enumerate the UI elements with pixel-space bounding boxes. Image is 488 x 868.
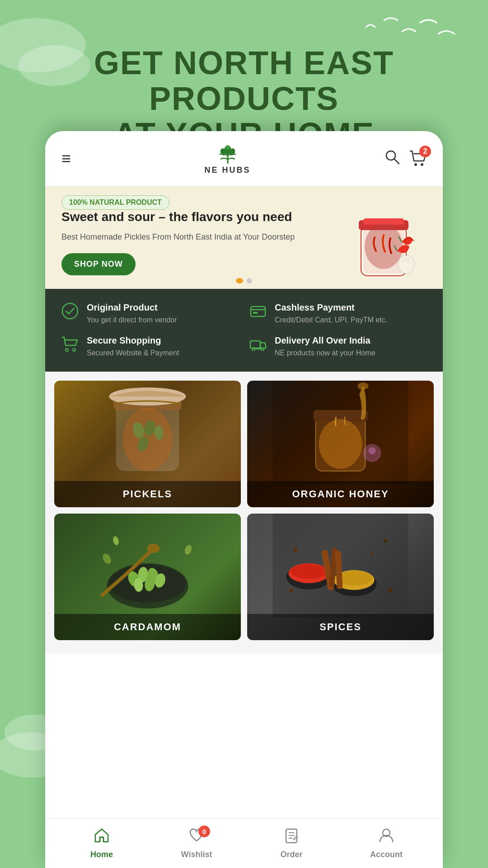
feature-desc-cashless: Credit/Debit Card, UPI, PayTM etc. (275, 316, 387, 325)
svg-point-22 (73, 349, 75, 351)
feature-title-delivery: Delivery All Over India (275, 335, 375, 346)
wishlist-badge: 0 (198, 826, 210, 837)
nav-label-wishlist: Wishlist (181, 850, 212, 859)
svg-rect-23 (250, 341, 260, 348)
feature-title-secure: Secure Shopping (87, 335, 179, 346)
search-icon[interactable] (384, 149, 400, 169)
svg-point-39 (358, 382, 369, 390)
svg-point-8 (421, 163, 423, 166)
product-label-spices: SPICES (247, 614, 434, 640)
banner-image (336, 201, 427, 274)
svg-point-38 (319, 419, 362, 469)
svg-point-64 (293, 547, 298, 552)
cart-secure-icon (61, 335, 79, 353)
product-label-honey: ORGANIC HONEY (247, 481, 434, 507)
svg-point-41 (369, 447, 376, 454)
svg-point-21 (66, 349, 68, 351)
shop-now-button[interactable]: SHOP NOW (61, 253, 136, 275)
svg-rect-20 (253, 312, 258, 314)
scroll-area[interactable]: 100% NATURAL PRODUCT Sweet and sour – th… (45, 186, 443, 868)
feature-original-product: Original Product You get it direct from … (61, 302, 239, 325)
svg-point-68 (371, 553, 374, 556)
feature-desc-delivery: NE products now at your Home (275, 349, 375, 358)
feature-text-secure: Secure Shopping Secured Website & Paymen… (87, 335, 179, 358)
svg-point-50 (101, 552, 113, 566)
svg-point-57 (291, 564, 327, 579)
svg-point-16 (398, 255, 414, 274)
banner-title: Sweet and sour – the flavors you need (61, 209, 336, 225)
product-card-cardamom[interactable]: CARDAMOM (54, 514, 241, 640)
dot-1[interactable] (236, 278, 243, 283)
svg-point-67 (388, 588, 393, 593)
logo-text: NE HUBS (205, 165, 251, 175)
product-card-pickles[interactable]: PICKELS (54, 381, 241, 507)
svg-point-66 (289, 589, 293, 592)
nav-label-account: Account (370, 850, 403, 859)
svg-point-52 (112, 536, 120, 546)
menu-icon[interactable]: ≡ (61, 149, 71, 168)
cart-badge: 2 (419, 146, 431, 157)
svg-line-6 (394, 159, 399, 164)
feature-desc-secure: Secured Website & Payment (87, 349, 179, 358)
svg-point-51 (183, 544, 193, 555)
banner-indicators (236, 278, 252, 283)
nav-item-home[interactable]: Home (54, 827, 149, 859)
feature-title-original: Original Product (87, 302, 177, 313)
product-label-pickles: PICKELS (54, 481, 241, 507)
feature-text-original: Original Product You get it direct from … (87, 302, 177, 325)
nav-label-home: Home (90, 850, 113, 859)
nav-item-account[interactable]: Account (339, 827, 434, 859)
nav-item-order[interactable]: Order (244, 827, 339, 859)
account-nav-icon (378, 827, 394, 847)
feature-secure: Secure Shopping Secured Website & Paymen… (61, 335, 239, 358)
nav-item-wishlist[interactable]: 0 Wishlist (149, 827, 244, 859)
checkmark-circle-icon (61, 302, 79, 320)
pickle-jar-svg (336, 201, 427, 283)
feature-cashless: Cashless Payment Credit/Debit Card, UPI,… (249, 302, 427, 325)
feature-desc-original: You get it direct from vendor (87, 316, 177, 325)
svg-point-24 (252, 348, 255, 350)
product-card-honey[interactable]: ORGANIC HONEY (247, 381, 434, 507)
product-grid: PICKELS (45, 372, 443, 640)
feature-text-delivery: Delivery All Over India NE products now … (275, 335, 375, 358)
nav-label-order: Order (280, 850, 302, 859)
logo-tree-icon (216, 142, 239, 165)
cardamom-image (54, 514, 241, 618)
dot-2[interactable] (247, 278, 252, 283)
product-label-cardamom: CARDAMOM (54, 614, 241, 640)
pickles-image (54, 381, 241, 485)
svg-point-53 (147, 544, 160, 553)
spices-image (247, 514, 434, 618)
app-logo[interactable]: NE HUBS (205, 142, 251, 175)
svg-rect-12 (363, 218, 404, 225)
home-nav-icon (94, 827, 110, 847)
product-card-spices[interactable]: SPICES (247, 514, 434, 640)
banner-badge: 100% NATURAL PRODUCT (61, 195, 169, 210)
card-icon (249, 302, 267, 320)
app-header: ≡ NE HUBS (45, 131, 443, 186)
svg-point-65 (384, 539, 388, 542)
svg-rect-18 (251, 307, 265, 316)
cart-button[interactable]: 2 (409, 149, 427, 168)
banner-subtitle: Best Homemade Pickles From North East In… (61, 231, 336, 243)
feature-delivery: Delivery All Over India NE products now … (249, 335, 427, 358)
promo-banner: 100% NATURAL PRODUCT Sweet and sour – th… (45, 186, 443, 289)
svg-point-4 (225, 145, 230, 150)
svg-point-17 (62, 303, 78, 319)
banner-content: Sweet and sour – the flavors you need Be… (61, 200, 336, 275)
bottom-spacer (45, 640, 443, 654)
feature-title-cashless: Cashless Payment (275, 302, 387, 313)
app-container: ≡ NE HUBS (45, 131, 443, 868)
header-actions: 2 (384, 149, 427, 169)
svg-point-5 (386, 151, 395, 160)
feature-text-cashless: Cashless Payment Credit/Debit Card, UPI,… (275, 302, 387, 325)
order-nav-icon (283, 827, 300, 847)
features-section: Original Product You get it direct from … (45, 289, 443, 372)
svg-point-7 (414, 163, 417, 166)
svg-point-25 (261, 348, 264, 350)
honey-image (247, 381, 434, 485)
delivery-truck-icon (249, 335, 267, 353)
bottom-nav: Home 0 Wishlist Orde (45, 818, 443, 868)
